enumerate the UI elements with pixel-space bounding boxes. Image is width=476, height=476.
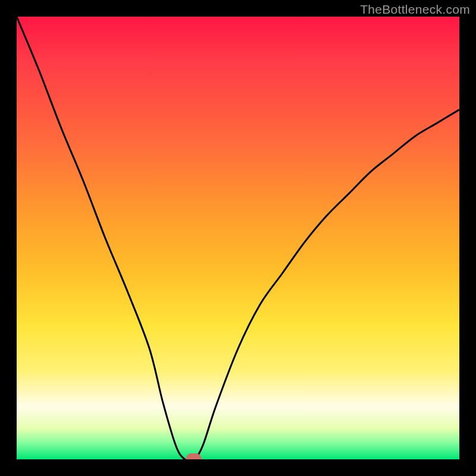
chart-frame: TheBottleneck.com — [0, 0, 476, 476]
curve-layer — [17, 17, 459, 459]
chart-svg — [17, 17, 459, 459]
watermark-text: TheBottleneck.com — [360, 2, 470, 17]
plot-area — [17, 17, 459, 459]
bottleneck-curve — [17, 17, 459, 459]
